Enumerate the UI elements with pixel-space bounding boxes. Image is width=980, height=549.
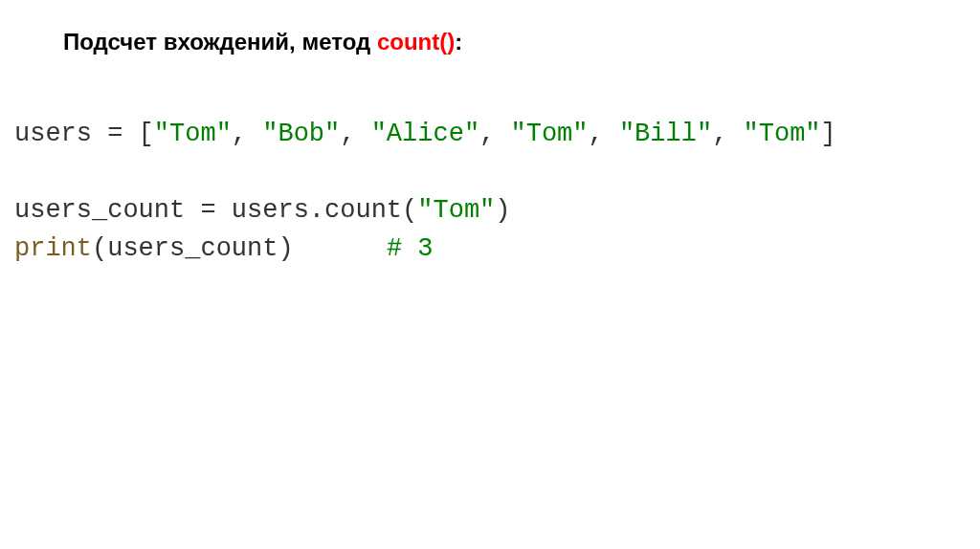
heading-method: count()	[377, 29, 455, 55]
code-text: ,	[712, 120, 743, 148]
code-text: users = [	[14, 120, 154, 148]
slide-heading: Подсчет вхождений, метод count():	[63, 29, 462, 55]
code-text: ]	[821, 120, 836, 148]
slide: Подсчет вхождений, метод count(): users …	[0, 0, 980, 549]
code-text: (users_count)	[92, 234, 387, 263]
code-line-3: users_count = users.count("Tom")	[14, 196, 511, 225]
code-string: "Alice"	[371, 120, 479, 148]
heading-prefix: Подсчет вхождений, метод	[63, 29, 377, 55]
code-string: "Tom"	[511, 120, 589, 148]
code-line-4: print(users_count) # 3	[14, 234, 433, 263]
code-text: ,	[340, 120, 370, 148]
code-text: users_count = users.count(	[14, 196, 417, 225]
code-string: "Tom"	[154, 120, 232, 148]
code-string: "Tom"	[417, 196, 495, 225]
code-text: ,	[479, 120, 510, 148]
code-function: print	[14, 234, 92, 263]
code-block: users = ["Tom", "Bob", "Alice", "Tom", "…	[14, 115, 836, 268]
code-string: "Tom"	[744, 120, 821, 148]
code-comment: # 3	[387, 234, 434, 263]
code-text: ,	[232, 120, 262, 148]
code-string: "Bill"	[619, 120, 712, 148]
code-text: )	[495, 196, 510, 225]
heading-suffix: :	[455, 29, 462, 55]
code-line-1: users = ["Tom", "Bob", "Alice", "Tom", "…	[14, 120, 836, 148]
code-text: ,	[589, 120, 619, 148]
code-string: "Bob"	[262, 120, 340, 148]
